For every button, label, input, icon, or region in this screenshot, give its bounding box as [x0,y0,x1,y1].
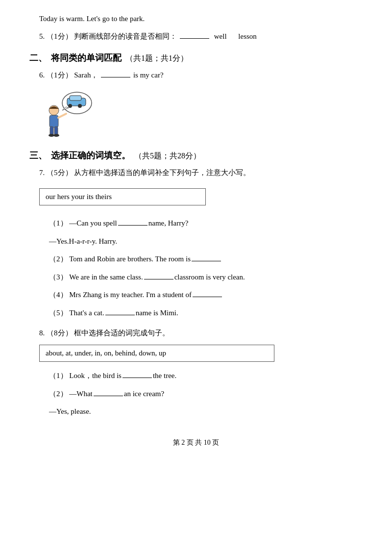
q7-item5-text2: name is Mimi. [136,309,178,317]
q8-item1-text2: the tree. [153,372,176,379]
svg-rect-7 [49,115,58,127]
q7-item2-num: （2） [49,255,68,263]
q7-item-1: （1） —Can you spellname, Harry? [49,216,363,230]
section2-title: 将同类的单词匹配 [51,52,122,64]
q5-word2: lesson [238,32,257,40]
q8-item2-num: （2） [49,390,68,398]
q7-item1-num: （1） [49,219,68,227]
q5-word1: well [214,32,227,40]
q7-item3-text2: classroom is very clean. [174,273,245,281]
section3-marks: （共5题；共28分） [134,151,201,161]
section2-header: 二、 将同类的单词匹配 （共1题；共1分） [29,52,363,64]
q7-item3-blank [144,279,173,279]
q8-item2b-text: —Yes, please. [49,407,91,415]
q6-number: 6. [39,71,45,79]
q7-marks: （5分） [47,169,73,177]
svg-line-8 [58,114,66,118]
q7-item3-num: （3） [49,273,68,281]
q7-item1-dash: —Can you spell [69,219,117,227]
q7-item4-num: （4） [49,291,68,299]
q7-item-2: （2） Tom and Robin are brothers. The room… [49,252,363,266]
q6-blank [101,77,130,77]
q6-text2: is my car? [133,71,164,79]
section2-num: 二、 [29,52,47,64]
q8-item-1: （1） Look，the bird isthe tree. [49,369,363,383]
q8-word-box: about, at, under, in, on, behind, down, … [39,345,274,362]
footer-text: 第 2 页 共 10 页 [173,439,220,446]
q8-item1-blank [122,378,152,378]
q5-blank [180,38,209,39]
q7-item4-text1: Mrs Zhang is my teacher. I'm a student o… [69,291,192,299]
q7-item2-text1: Tom and Robin are brothers. The room is [69,255,191,263]
section3-header: 三、 选择正确的词填空。 （共5题；共28分） [29,150,363,161]
q8-text: 框中选择合适的词完成句子。 [74,329,170,337]
q7-item1-text2: name, Harry? [148,219,189,227]
svg-point-3 [68,104,72,108]
q6-text: Sarah， [74,71,98,79]
q8-marks: （8分） [47,329,73,337]
section3-num: 三、 [29,150,47,161]
question-5: 5. （1分） 判断画线部分的读音是否相同： well lesson [39,30,363,43]
q7-item2-blank [192,261,221,261]
section2-marks: （共1题；共1分） [125,53,188,64]
q7-item1b-text: —Yes.H-a-r-r-y. Harry. [49,237,117,245]
section3-title: 选择正确的词填空。 [51,150,130,161]
q8-item-2b: —Yes, please. [49,404,363,419]
q5-number: 5. [39,32,45,40]
q7-item-4: （4） Mrs Zhang is my teacher. I'm a stude… [49,288,363,302]
q8-item1-num: （1） [49,372,68,379]
q8-item2-text2: an ice cream? [124,390,164,398]
question-7: 7. （5分） 从方框中选择适当的单词补全下列句子，注意大小写。 [39,166,363,179]
q7-item3-text1: We are in the same class. [69,273,143,281]
q7-item5-blank [105,315,135,315]
q8-item-2: （2） —Whatan ice cream? [49,387,363,401]
q7-item-5: （5） That's a cat.name is Mimi. [49,306,363,320]
q5-text: 判断画线部分的读音是否相同： [74,32,177,40]
question-6: 6. （1分） Sarah， is my car? [39,69,363,82]
svg-point-4 [78,104,82,108]
q7-item-1b: —Yes.H-a-r-r-y. Harry. [49,234,363,249]
q7-item-3: （3） We are in the same class.classroom i… [49,270,363,284]
q6-marks: （1分） [47,71,73,79]
top-sentence: Today is warm. Let's go to the park. [39,15,363,23]
q7-item1-blank [118,225,147,226]
q7-item5-num: （5） [49,309,68,317]
car-person-illustration [42,88,96,140]
svg-rect-2 [70,96,81,101]
q8-item2-text1: —What [69,390,92,398]
q7-text: 从方框中选择适当的单词补全下列句子，注意大小写。 [74,169,250,177]
q8-item1-text1: Look，the bird is [69,372,122,379]
page-footer: 第 2 页 共 10 页 [29,438,363,447]
q6-image [39,87,98,141]
q5-marks: （1分） [47,32,73,40]
q7-item4-blank [193,297,222,297]
q7-item5-text1: That's a cat. [69,309,104,317]
q8-item2-blank [94,396,123,396]
svg-point-12 [53,134,59,137]
question-8: 8. （8分） 框中选择合适的词完成句子。 [39,327,363,340]
q7-word-box: our hers your its theirs [39,188,206,205]
q7-number: 7. [39,169,45,177]
q8-number: 8. [39,329,45,337]
